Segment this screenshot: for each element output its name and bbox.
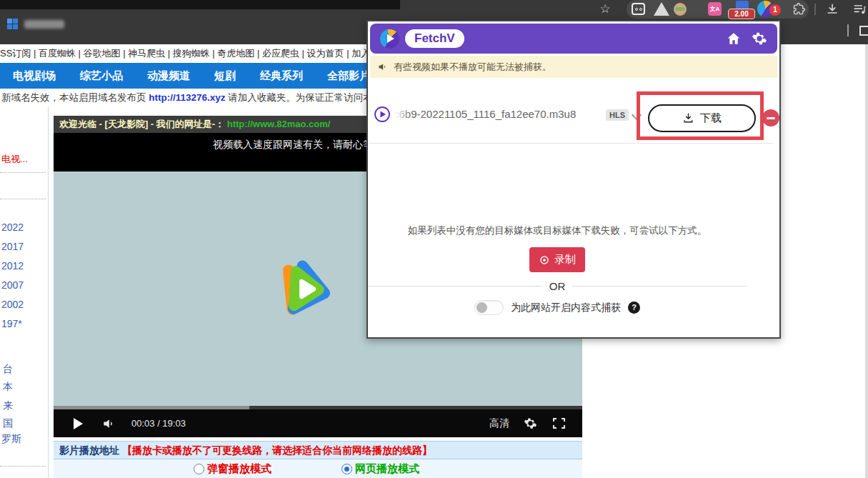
- sidebar-region-tw[interactable]: 台: [3, 363, 13, 376]
- media-list-divider: [369, 143, 774, 144]
- popup-warning-bar: 有些视频如果不播放可能无法被捕获。: [370, 56, 777, 78]
- sidebar-region-ru[interactable]: 罗斯: [1, 433, 21, 446]
- sidebar-region-jp[interactable]: 本: [3, 381, 13, 394]
- record-button[interactable]: 录制: [529, 247, 585, 272]
- web-mode-radio[interactable]: [341, 464, 352, 474]
- sidebar-divider: [48, 107, 49, 478]
- popup-mode-label[interactable]: 弹窗播放模式: [207, 462, 271, 476]
- sidebar-dotted-divider: [0, 199, 46, 199]
- record-button-wrap: 录制: [368, 247, 747, 272]
- player-controls: 00:03 / 19:03 高清: [54, 409, 582, 437]
- screen: ☆ 文A 2.00 1 SS订阅 | 百度蜘蛛 | 谷歌地图 | 神马爬虫 | …: [0, 0, 868, 478]
- play-address-label: 影片播放地址: [59, 444, 119, 456]
- media-filename: c6b9-20221105_1116_fa12ee70.m3u8: [394, 108, 607, 120]
- toggle-knob: [477, 302, 487, 313]
- fetchv-header: FetchV: [370, 24, 777, 54]
- format-badge: HLS: [606, 109, 629, 121]
- window-top-edge: [0, 0, 400, 9]
- or-label: OR: [549, 280, 566, 292]
- record-button-label: 录制: [554, 253, 576, 267]
- content-capture-toggle[interactable]: [474, 300, 504, 315]
- extension-face-icon[interactable]: [674, 3, 687, 16]
- sidebar-region-my[interactable]: 来: [3, 399, 13, 412]
- volume-icon[interactable]: [101, 417, 116, 431]
- sidebar-year-197x[interactable]: 197*: [1, 318, 22, 329]
- fullscreen-button[interactable]: [553, 418, 565, 429]
- toolbar-separator: [814, 4, 816, 15]
- translate-extension-icon[interactable]: 文A: [708, 2, 722, 16]
- sidebar-dotted-divider: [0, 466, 46, 467]
- nav-item-shorts[interactable]: 短剧: [214, 69, 236, 83]
- sidebar-top-link[interactable]: 电视...: [1, 153, 28, 166]
- bookmark-star-icon[interactable]: ☆: [597, 1, 613, 17]
- extension-price-badge: 2.00: [728, 9, 755, 19]
- play-mode-row: 弹窗播放模式 网页播放模式: [54, 459, 582, 478]
- nav-item-anime[interactable]: 动漫频道: [147, 69, 190, 83]
- sidebar-dotted-divider: [0, 172, 46, 173]
- media-play-icon[interactable]: [374, 106, 391, 123]
- home-icon[interactable]: [726, 31, 742, 46]
- filename-fade: [392, 106, 411, 123]
- help-icon[interactable]: ?: [628, 302, 640, 314]
- fetchv-popup: FetchV 有些视频如果不播放可能无法被捕获。 c6b9-20221105_1…: [366, 20, 781, 339]
- nav-item-tv[interactable]: 电视剧场: [13, 69, 56, 83]
- tab-title-blurred[interactable]: [24, 20, 64, 29]
- quality-button[interactable]: 高清: [489, 417, 509, 430]
- play-address-bar: 影片播放地址 【播放卡或播放不了可更换线路，请选择适合你当前网络播放的线路】: [54, 441, 582, 459]
- play-address-tip: 【播放卡或播放不了可更换线路，请选择适合你当前网络播放的线路】: [122, 444, 432, 456]
- extension-oo-icon[interactable]: [632, 3, 645, 15]
- fetchv-logo-icon: [380, 29, 399, 49]
- extensions-puzzle-icon[interactable]: [792, 2, 807, 17]
- content-capture-label: 为此网站开启内容式捕获: [511, 302, 621, 314]
- popup-hint-text: 如果列表中没有您的目标媒体或目标媒体下载失败，可尝试以下方式。: [368, 224, 747, 237]
- fetchv-badge-count: 1: [769, 4, 781, 16]
- sidebar-year-2002[interactable]: 2002: [1, 299, 24, 310]
- or-divider: OR: [368, 280, 747, 292]
- player-play-button[interactable]: [74, 418, 83, 429]
- welcome-url-link[interactable]: http://www.82mao.com/: [227, 119, 331, 129]
- record-target-icon: [539, 254, 550, 266]
- player-time: 00:03 / 19:03: [131, 418, 186, 429]
- tencent-video-logo-icon: [268, 252, 343, 327]
- extension-mountain-icon[interactable]: [654, 2, 669, 16]
- settings-gear-icon[interactable]: [752, 31, 767, 46]
- sidebar-year-2012[interactable]: 2012: [1, 260, 24, 272]
- sidebar-year-2017[interactable]: 2017: [1, 241, 24, 252]
- toolbar-separator-2: [847, 24, 849, 36]
- window-right-edge: [865, 44, 868, 478]
- sidebar-year-2007[interactable]: 2007: [1, 279, 24, 291]
- tab-favicon: [7, 19, 18, 29]
- content-capture-row: 为此网站开启内容式捕获 ?: [368, 300, 747, 315]
- popup-warning-text: 有些视频如果不播放可能无法被捕获。: [394, 61, 552, 74]
- fetchv-brand: FetchV: [405, 29, 464, 48]
- popup-mode-radio[interactable]: [194, 464, 204, 474]
- downloads-icon[interactable]: [825, 2, 839, 16]
- download-highlight-annotation: [637, 91, 764, 140]
- web-mode-label[interactable]: 网页播放模式: [355, 462, 419, 476]
- welcome-bar: 欢迎光临 - [天龙影院] - 我们的网址是-： http://www.82ma…: [54, 116, 366, 133]
- notice-domain-link[interactable]: http://113276.xyz: [149, 92, 225, 103]
- nav-item-classic[interactable]: 经典系列: [260, 69, 303, 83]
- player-settings-gear-icon[interactable]: [524, 417, 537, 430]
- speaker-icon: [377, 61, 388, 72]
- nav-item-all[interactable]: 全部影片: [327, 69, 370, 83]
- partial-window-icon: [859, 26, 868, 36]
- sidebar-year-2022[interactable]: 2022: [1, 221, 24, 233]
- welcome-text: 欢迎光临 - [天龙影院] - 我们的网址是-：: [59, 119, 224, 129]
- notice-text-pre: 新域名失效，本站启用域名发布页: [1, 92, 149, 103]
- sidebar-region-kr[interactable]: 国: [3, 417, 13, 430]
- remove-media-button[interactable]: [762, 109, 779, 126]
- media-playlist-icon[interactable]: [852, 2, 867, 16]
- nav-item-variety[interactable]: 综艺小品: [80, 69, 123, 83]
